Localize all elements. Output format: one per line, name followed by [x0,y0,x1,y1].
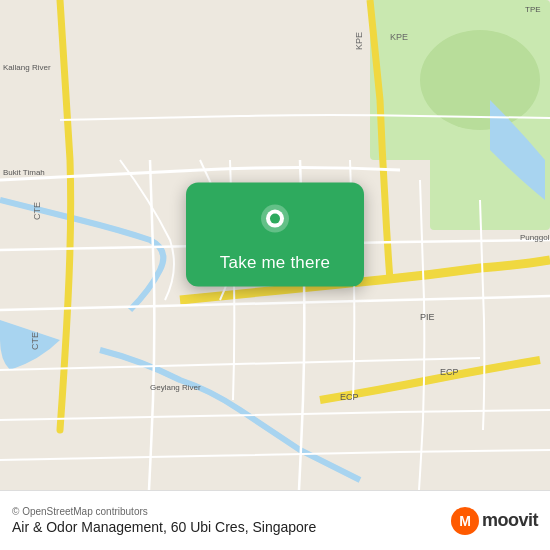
map-container: CTE CTE KPE KPE PIE PIE ECP ECP Kallang … [0,0,550,490]
svg-text:ECP: ECP [340,392,359,402]
svg-text:Bukit Timah: Bukit Timah [3,168,45,177]
footer-info: © OpenStreetMap contributors Air & Odor … [12,506,316,535]
footer: © OpenStreetMap contributors Air & Odor … [0,490,550,550]
moovit-logo: moovit [451,507,538,535]
svg-text:TPE: TPE [525,5,541,14]
svg-text:PIE: PIE [420,312,435,322]
moovit-dot-icon [451,507,479,535]
svg-point-3 [420,30,540,130]
svg-text:KPE: KPE [354,32,364,50]
moovit-brand-text: moovit [482,510,538,531]
svg-text:Geylang River: Geylang River [150,383,201,392]
map-attribution: © OpenStreetMap contributors [12,506,316,517]
location-card: Take me there [186,183,364,287]
svg-text:CTE: CTE [30,332,40,350]
location-address: Air & Odor Management, 60 Ubi Cres, Sing… [12,519,316,535]
svg-text:Punggol: Punggol [520,233,550,242]
svg-text:CTE: CTE [32,202,42,220]
location-pin-icon [253,201,297,245]
svg-text:Kallang River: Kallang River [3,63,51,72]
take-me-there-button[interactable]: Take me there [220,253,330,273]
svg-text:KPE: KPE [390,32,408,42]
svg-point-19 [270,214,280,224]
svg-text:ECP: ECP [440,367,459,377]
